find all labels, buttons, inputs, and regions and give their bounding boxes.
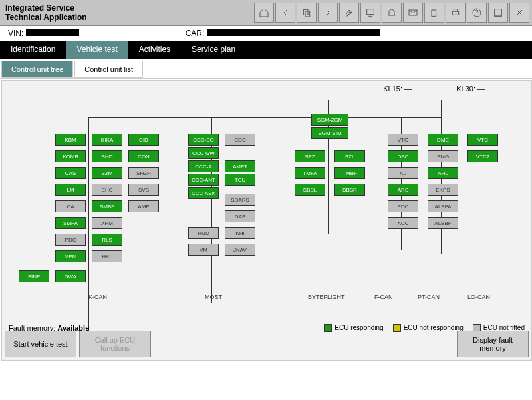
ecu-amp[interactable]: AMP	[128, 200, 159, 212]
tab-activities[interactable]: Activities	[128, 41, 181, 59]
ecu-szl[interactable]: SZL	[334, 150, 365, 162]
ecu-dwa[interactable]: DWA	[55, 270, 86, 282]
ecu-szm[interactable]: SZM	[92, 167, 122, 179]
ecu-acc[interactable]: ACC	[388, 217, 418, 229]
ecu-jnav[interactable]: JNAV	[225, 244, 255, 256]
ecu-ccc-ant[interactable]: CCC-ANT	[188, 174, 219, 186]
ecu-ccc-bo[interactable]: CCC-BO	[188, 134, 219, 146]
tab-service-plan[interactable]: Service plan	[181, 41, 246, 59]
ecu-sfz[interactable]: SFZ	[295, 150, 325, 162]
ecu-tmfa[interactable]: TMFA	[295, 167, 325, 179]
ecu-ekps[interactable]: EKPS	[428, 184, 458, 196]
kl15-label: KL15: —	[383, 85, 412, 93]
ecu-al[interactable]: AL	[388, 167, 418, 179]
ecu-ahm[interactable]: AHM	[92, 217, 122, 229]
ecu-ccc-ask[interactable]: CCC-ASK	[188, 187, 219, 199]
ecu-vtg[interactable]: VTG	[388, 134, 418, 146]
kl30-label: KL30: —	[456, 85, 485, 93]
copy-icon[interactable]	[297, 3, 317, 23]
ecu-albbf[interactable]: ALBBF	[428, 217, 458, 229]
ecu-sbsr[interactable]: SBSR	[334, 184, 365, 196]
subtab-unit-list[interactable]: Control unit list	[74, 61, 143, 78]
ecu-mpm[interactable]: MPM	[55, 250, 86, 262]
sub-tabs: Control unit tree Control unit list	[0, 59, 532, 79]
help-icon[interactable]	[467, 3, 487, 23]
battery-icon[interactable]	[424, 3, 444, 23]
car-label: CAR:	[186, 29, 380, 38]
ecu-sine[interactable]: SINE	[19, 270, 49, 282]
ecu-albfa[interactable]: ALBFA	[428, 200, 458, 212]
ecu-ampt[interactable]: AMPT	[225, 160, 255, 172]
bus-kcan: K-CAN	[88, 294, 107, 300]
ecu-ehc[interactable]: EHC	[92, 184, 122, 196]
back-icon[interactable]	[275, 3, 295, 23]
ecu-hud[interactable]: HUD	[188, 227, 219, 239]
subtab-unit-tree[interactable]: Control unit tree	[1, 61, 73, 78]
bottom-buttons: Start vehicle test Call up ECU functions…	[5, 331, 529, 357]
bus-byteflight: BYTEFLIGHT	[308, 294, 345, 300]
tab-vehicle-test[interactable]: Vehicle test	[66, 41, 128, 59]
ecu-tmbf[interactable]: TMBF	[334, 167, 365, 179]
workshop-icon[interactable]	[382, 3, 402, 23]
call-up-ecu-button: Call up ECU functions	[79, 331, 151, 357]
ecu-ccc-gw[interactable]: CCC-GW	[188, 147, 219, 159]
forward-icon[interactable]	[318, 3, 338, 23]
ecu-sdars[interactable]: SDARS	[225, 194, 255, 206]
ecu-ars[interactable]: ARS	[388, 184, 418, 196]
start-vehicle-test-button[interactable]: Start vehicle test	[5, 331, 76, 357]
tab-identification[interactable]: Identification	[0, 41, 66, 59]
ecu-ccc-a[interactable]: CCC-A	[188, 160, 219, 172]
ecu-ahl[interactable]: AHL	[428, 167, 458, 179]
ecu-edc[interactable]: EDC	[388, 200, 418, 212]
close-icon[interactable]	[509, 3, 529, 23]
home-icon[interactable]	[254, 3, 274, 23]
toolbar-icons	[254, 3, 532, 23]
ecu-svs[interactable]: SVS	[128, 184, 159, 196]
vin-label: VIN:	[8, 29, 79, 38]
display-fault-memory-button[interactable]: Display fault memory	[457, 331, 529, 357]
ecu-ca[interactable]: CA	[55, 200, 86, 212]
ecu-khi[interactable]: KHI	[225, 227, 255, 239]
ecu-dsc[interactable]: DSC	[388, 150, 418, 162]
device-icon[interactable]	[360, 3, 380, 23]
svg-rect-0	[303, 9, 308, 15]
ecu-sgm-zgm[interactable]: SGM-ZGM	[311, 114, 348, 126]
ecu-ihka[interactable]: IHKA	[92, 134, 122, 146]
ecu-dme[interactable]: DME	[428, 134, 458, 146]
ecu-vtc2[interactable]: VTC2	[467, 150, 498, 162]
ecu-dab[interactable]: DAB	[225, 210, 255, 222]
bus-most: MOST	[205, 294, 222, 300]
bus-ptcan: PT-CAN	[418, 294, 440, 300]
ecu-smbf[interactable]: SMBF	[92, 200, 122, 212]
ecu-smfa[interactable]: SMFA	[55, 217, 86, 229]
ecu-vtc[interactable]: VTC	[467, 134, 498, 146]
svg-rect-5	[452, 11, 458, 15]
ecu-cid[interactable]: CID	[128, 134, 159, 146]
top-toolbar: Integrated Service Technical Application	[0, 0, 532, 26]
ecu-rls[interactable]: RLS	[92, 234, 122, 246]
ecu-cas[interactable]: CAS	[55, 167, 86, 179]
main-tabs: Identification Vehicle test Activities S…	[0, 41, 532, 59]
ecu-shzh[interactable]: SHZH	[128, 167, 159, 179]
svg-rect-4	[432, 10, 436, 16]
wrench-icon[interactable]	[339, 3, 359, 23]
ecu-con[interactable]: CON	[128, 150, 159, 162]
vehicle-info-row: VIN: CAR:	[0, 26, 532, 41]
ecu-pdc[interactable]: PDC	[55, 234, 86, 246]
mail-icon[interactable]	[403, 3, 423, 23]
ecu-komb[interactable]: KOMB	[55, 150, 86, 162]
ecu-hkl[interactable]: HKL	[92, 250, 122, 262]
ecu-shd[interactable]: SHD	[92, 150, 122, 162]
print-icon[interactable]	[446, 3, 466, 23]
ecu-smg[interactable]: SMG	[428, 150, 458, 162]
ecu-tcu[interactable]: TCU	[225, 174, 255, 186]
ecu-sbsl[interactable]: SBSL	[295, 184, 325, 196]
ecu-kbm[interactable]: KBM	[55, 134, 86, 146]
ecu-sgm-sim[interactable]: SGM-SIM	[311, 127, 348, 139]
svg-rect-6	[454, 9, 457, 11]
ecu-tree-canvas: KL15: — KL30: — KBM IHKA CID KOMB SHD CO…	[1, 80, 532, 361]
ecu-vm[interactable]: VM	[188, 244, 219, 256]
ecu-lm[interactable]: LM	[55, 184, 86, 196]
minimize-icon[interactable]	[488, 3, 508, 23]
ecu-cdc[interactable]: CDC	[225, 134, 255, 146]
